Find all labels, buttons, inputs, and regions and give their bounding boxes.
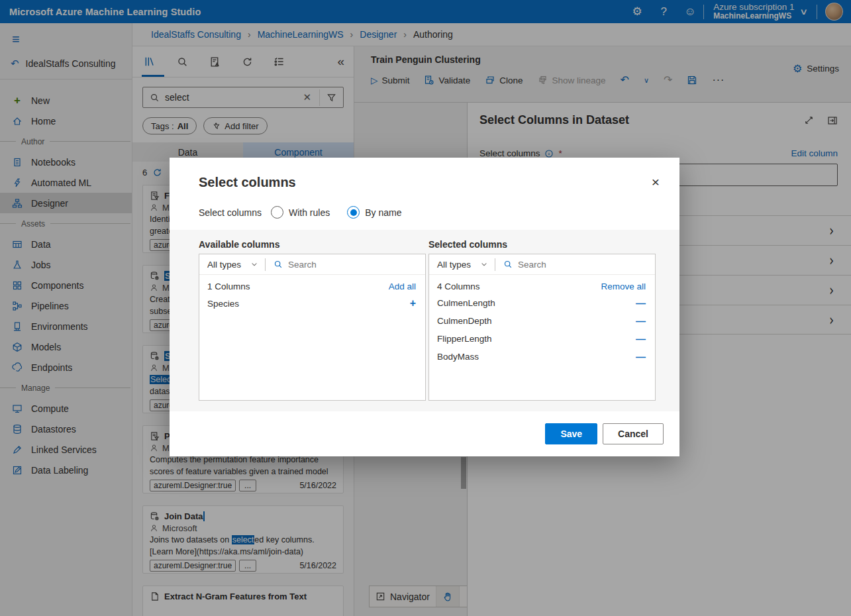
column-item: BodyMass — xyxy=(429,348,655,366)
remove-column-button[interactable]: — xyxy=(636,298,646,308)
cancel-button[interactable]: Cancel xyxy=(603,423,664,444)
available-search-input[interactable] xyxy=(288,260,368,270)
radio-label: By name xyxy=(365,207,401,218)
radio-group-label: Select columns xyxy=(199,207,262,218)
add-all-link[interactable]: Add all xyxy=(389,282,416,291)
close-icon[interactable]: × xyxy=(652,175,660,189)
type-filter-dropdown[interactable]: All types xyxy=(429,260,495,270)
search-icon xyxy=(274,260,283,269)
selected-count: 4 Columns xyxy=(437,282,480,291)
available-count: 1 Columns xyxy=(207,282,250,291)
remove-column-button[interactable]: — xyxy=(636,316,646,326)
remove-all-link[interactable]: Remove all xyxy=(601,282,646,291)
remove-column-button[interactable]: — xyxy=(636,334,646,344)
radio-unchecked-icon xyxy=(271,206,283,219)
dialog-title: Select columns xyxy=(170,158,679,190)
selected-columns-header: Selected columns xyxy=(428,239,656,254)
available-columns-panel: All types 1 Columns Add all xyxy=(199,254,426,401)
remove-column-button[interactable]: — xyxy=(636,352,646,362)
selected-search-input[interactable] xyxy=(518,260,597,270)
chevron-down-icon xyxy=(480,260,488,268)
radio-checked-icon xyxy=(347,206,360,219)
add-column-button[interactable]: + xyxy=(410,298,416,309)
column-item: FlipperLength — xyxy=(429,330,655,348)
column-item: CulmenDepth — xyxy=(429,312,655,330)
type-filter-dropdown[interactable]: All types xyxy=(199,260,265,270)
save-button[interactable]: Save xyxy=(545,423,597,444)
radio-label: With rules xyxy=(289,207,330,218)
available-columns-header: Available columns xyxy=(199,239,426,254)
column-item: Species + xyxy=(199,294,425,313)
selected-columns-panel: All types 4 Columns Remove all xyxy=(428,254,656,401)
radio-with-rules[interactable]: With rules xyxy=(271,206,330,219)
search-icon xyxy=(503,260,513,269)
select-columns-dialog: Select columns × Select columns With rul… xyxy=(170,158,679,456)
radio-by-name[interactable]: By name xyxy=(347,206,401,219)
column-item: CulmenLength — xyxy=(429,294,655,312)
chevron-down-icon xyxy=(250,260,258,268)
